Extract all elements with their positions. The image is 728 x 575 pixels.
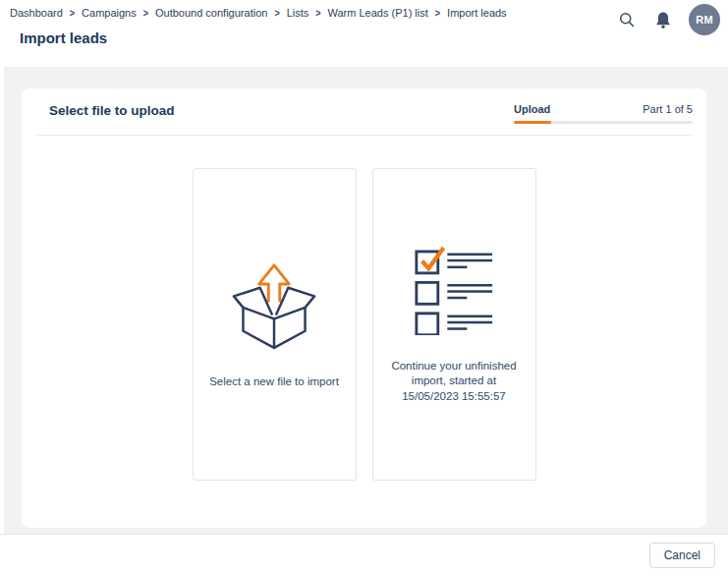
notifications-bell-icon[interactable] <box>652 9 674 30</box>
top-header: Dashboard > Campaigns > Outbound configu… <box>0 0 728 67</box>
user-avatar[interactable]: RM <box>689 4 720 35</box>
breadcrumb-item-outbound-configuration[interactable]: Outbound configuration <box>155 7 267 19</box>
breadcrumb-separator-icon: > <box>435 7 440 20</box>
footer-bar: Cancel <box>0 534 728 575</box>
step-indicator: Part 1 of 5 <box>643 103 693 115</box>
breadcrumb-separator-icon: > <box>70 7 75 20</box>
breadcrumb-item-dashboard[interactable]: Dashboard <box>10 7 63 19</box>
breadcrumb-item-warm-leads-list[interactable]: Warm Leads (P1) list <box>328 7 428 19</box>
breadcrumb-separator-icon: > <box>315 7 320 20</box>
option-label-continue-import: Continue your unfinished import, started… <box>381 359 526 405</box>
continue-label-line-2: import, started at <box>391 374 516 389</box>
option-card-new-import[interactable]: Select a new file to import <box>193 168 357 481</box>
step-name: Upload <box>514 103 550 115</box>
option-card-continue-import[interactable]: Continue your unfinished import, started… <box>372 168 536 481</box>
search-icon[interactable] <box>616 9 638 30</box>
progress-fill <box>514 121 551 124</box>
breadcrumb-item-lists[interactable]: Lists <box>287 7 309 19</box>
breadcrumb: Dashboard > Campaigns > Outbound configu… <box>10 7 507 19</box>
upload-panel: Select file to upload Upload Part 1 of 5 <box>22 88 706 528</box>
header-actions: RM <box>616 3 720 36</box>
option-label-new-import: Select a new file to import <box>199 374 349 390</box>
panel-header: Select file to upload Upload Part 1 of 5 <box>22 88 706 135</box>
continue-label-line-1: Continue your unfinished <box>391 359 516 374</box>
progress-track <box>514 121 693 124</box>
breadcrumb-separator-icon: > <box>143 7 148 20</box>
continue-label-line-3: 15/05/2023 15:55:57 <box>391 389 516 405</box>
panel-divider <box>36 135 692 136</box>
cancel-button[interactable]: Cancel <box>649 543 715 568</box>
breadcrumb-separator-icon: > <box>274 7 279 20</box>
checklist-icon <box>414 245 494 339</box>
breadcrumb-item-import-leads: Import leads <box>447 7 507 19</box>
import-options: Select a new file to import <box>22 168 706 481</box>
open-box-upload-icon <box>232 259 316 355</box>
content-area: Select file to upload Upload Part 1 of 5 <box>0 67 728 534</box>
breadcrumb-item-campaigns[interactable]: Campaigns <box>82 7 137 19</box>
step-progress: Upload Part 1 of 5 <box>514 103 693 124</box>
sidebar-edge <box>0 67 4 534</box>
panel-title: Select file to upload <box>49 103 175 118</box>
page-title: Import leads <box>20 29 107 46</box>
